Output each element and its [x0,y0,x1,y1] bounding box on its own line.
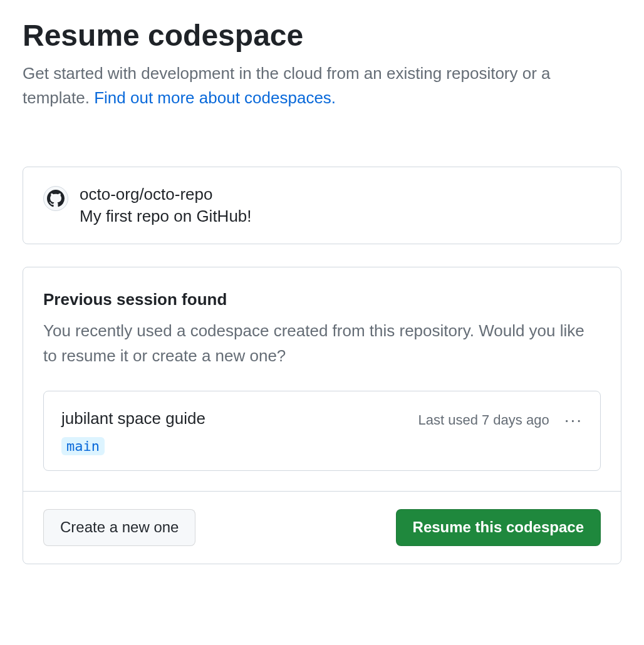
repository-description: My first repo on GitHub! [80,207,252,226]
codespace-name: jubilant space guide [61,409,205,428]
session-footer: Create a new one Resume this codespace [23,491,621,564]
page-title: Resume codespace [23,18,621,54]
kebab-menu-icon[interactable]: ··· [564,411,583,429]
repository-info: octo-org/octo-repo My first repo on GitH… [80,185,252,226]
page-subtitle: Get started with development in the clou… [23,61,621,110]
repository-card: octo-org/octo-repo My first repo on GitH… [23,167,621,244]
codespace-item: jubilant space guide main Last used 7 da… [43,391,601,471]
octocat-avatar-icon [43,186,68,211]
branch-badge: main [61,437,105,455]
learn-more-link[interactable]: Find out more about codespaces. [94,88,336,107]
last-used-text: Last used 7 days ago [418,412,549,428]
create-new-button[interactable]: Create a new one [43,509,195,546]
session-description: You recently used a codespace created fr… [43,318,601,369]
resume-codespace-button[interactable]: Resume this codespace [396,509,601,546]
session-heading: Previous session found [43,290,601,309]
previous-session-card: Previous session found You recently used… [23,267,621,564]
repository-name: octo-org/octo-repo [80,185,252,204]
